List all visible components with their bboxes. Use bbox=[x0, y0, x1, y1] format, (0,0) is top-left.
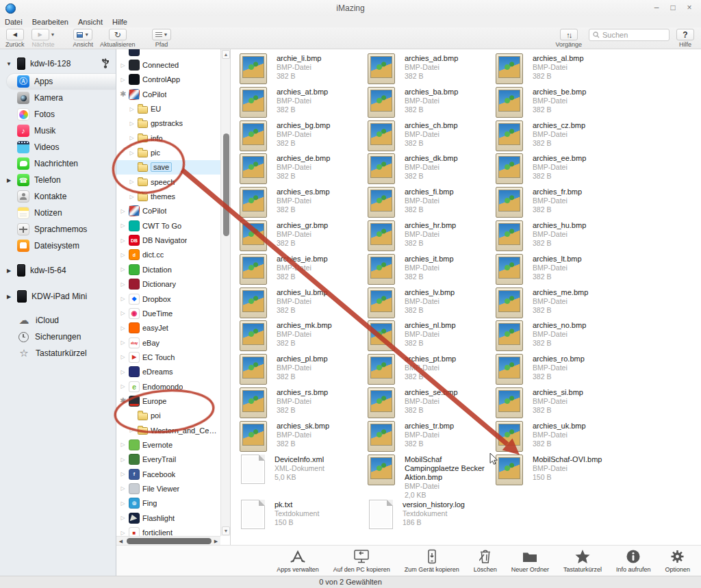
operations-arrows-icon[interactable]: ↑↓ bbox=[560, 29, 578, 40]
collapse-icon[interactable]: ▼ bbox=[5, 61, 12, 67]
menu-bearbeiten[interactable]: Bearbeiten bbox=[27, 18, 73, 26]
expand-icon[interactable]: ▷ bbox=[129, 427, 135, 433]
tree-item-easyjet[interactable]: ▷easyJet bbox=[116, 321, 220, 335]
file-item[interactable]: archies_fr.bmpBMP-Datei382 B bbox=[496, 187, 624, 220]
menu-hilfe[interactable]: Hilfe bbox=[107, 18, 132, 26]
expand-icon[interactable]: ▷ bbox=[120, 369, 126, 375]
tastaturk-rzel-button[interactable]: Tastaturkürzel bbox=[563, 549, 602, 573]
file-item[interactable]: archies_bg.bmpBMP-Datei382 B bbox=[240, 120, 368, 154]
expand-icon[interactable]: ▷ bbox=[120, 471, 126, 477]
tree-item-edreams[interactable]: ▷eDreams bbox=[116, 365, 220, 379]
question-mark-icon[interactable]: ? bbox=[676, 29, 694, 40]
file-item[interactable]: archies_rs.bmpBMP-Datei382 B bbox=[240, 387, 368, 421]
tree-item-evernote[interactable]: ▷Evernote bbox=[116, 437, 220, 452]
file-item[interactable]: archies_lt.bmpBMP-Datei382 B bbox=[496, 254, 624, 287]
tree-item-cut-top[interactable] bbox=[116, 49, 220, 57]
expand-icon[interactable]: ▷ bbox=[120, 383, 126, 389]
expand-icon[interactable]: ▷ bbox=[120, 340, 126, 346]
tree-item-pic[interactable]: ▷pic bbox=[116, 145, 220, 159]
tree-item-info[interactable]: ▷info bbox=[116, 131, 220, 145]
view-button[interactable]: ▼ Ansicht bbox=[73, 29, 93, 48]
tree-item-gpstracks[interactable]: ▷gpstracks bbox=[116, 116, 220, 131]
file-item[interactable]: archies_lv.bmpBMP-Datei382 B bbox=[368, 287, 496, 321]
file-item[interactable]: DeviceInfo.xmlXML-Dokument5,0 KB bbox=[240, 455, 368, 500]
sidebar-item-kdw-ipad-mini[interactable]: ▶KDW-iPad Mini bbox=[0, 287, 116, 306]
sidebar-item-sprachmemos[interactable]: Sprachmemos bbox=[0, 221, 116, 238]
file-item[interactable]: archies_no.bmpBMP-Datei382 B bbox=[496, 320, 624, 354]
file-item[interactable]: archies_si.bmpBMP-Datei382 B bbox=[496, 387, 624, 421]
expand-icon[interactable]: ▷ bbox=[120, 442, 126, 448]
file-item[interactable]: archies_ie.bmpBMP-Datei382 B bbox=[240, 254, 368, 287]
zum-ger-t-kopieren-button[interactable]: Zum Gerät kopieren bbox=[405, 549, 459, 573]
expand-icon[interactable]: ▷ bbox=[120, 485, 126, 491]
close-button[interactable]: × bbox=[682, 2, 697, 14]
file-item[interactable]: archies_ba.bmpBMP-Datei382 B bbox=[368, 87, 496, 120]
expand-icon[interactable]: ▷ bbox=[120, 457, 126, 463]
menu-datei[interactable]: Datei bbox=[0, 18, 27, 26]
file-item[interactable]: archies_uk.bmpBMP-Datei382 B bbox=[496, 421, 624, 455]
expand-icon[interactable]: ▷ bbox=[120, 354, 126, 360]
sidebar-item-notizen[interactable]: Notizen bbox=[0, 205, 116, 221]
back-button[interactable]: ◀ Zurück bbox=[5, 29, 25, 48]
sidebar-item-dateisystem[interactable]: Dateisystem bbox=[0, 238, 116, 254]
file-item[interactable]: archies_ee.bmpBMP-Datei382 B bbox=[496, 153, 624, 187]
file-item[interactable]: archies_de.bmpBMP-Datei382 B bbox=[240, 153, 368, 187]
apps-verwalten-button[interactable]: Apps verwalten bbox=[277, 549, 319, 573]
file-item[interactable]: version_history.logTextdokument186 B bbox=[368, 500, 496, 533]
menu-ansicht[interactable]: Ansicht bbox=[73, 18, 107, 26]
tree-item-dictionary[interactable]: ▷Dictionary bbox=[116, 277, 220, 292]
file-item[interactable]: archies_ch.bmpBMP-Datei382 B bbox=[368, 120, 496, 154]
expand-icon[interactable]: ▷ bbox=[120, 281, 126, 287]
expand-icon[interactable]: ▶ bbox=[5, 294, 12, 300]
file-item[interactable]: archies_ro.bmpBMP-Datei382 B bbox=[496, 354, 624, 387]
expand-icon[interactable]: ▶ bbox=[5, 177, 12, 183]
expand-icon[interactable]: ▷ bbox=[120, 208, 126, 214]
sidebar-item-kontakte[interactable]: Kontakte bbox=[0, 188, 116, 205]
expand-icon[interactable]: ▷ bbox=[120, 222, 126, 229]
file-item[interactable]: archies_pt.bmpBMP-Datei382 B bbox=[368, 354, 496, 387]
file-item[interactable]: archies_lu.bmpBMP-Datei382 B bbox=[240, 287, 368, 321]
file-item[interactable]: archie_li.bmpBMP-Datei382 B bbox=[240, 53, 368, 87]
l-schen-button[interactable]: Löschen bbox=[474, 549, 497, 573]
sidebar-item-tastaturk-rzel[interactable]: ☆Tastaturkürzel bbox=[0, 345, 116, 361]
tree-item-dictation[interactable]: ▷Dictation bbox=[116, 262, 220, 277]
tree-item-flashlight[interactable]: ▷Flashlight bbox=[116, 511, 220, 525]
expand-icon[interactable]: ▷ bbox=[129, 120, 135, 127]
vertical-scroll-thumb[interactable] bbox=[223, 133, 229, 236]
sidebar-item-fotos[interactable]: Fotos bbox=[0, 106, 116, 123]
minimize-button[interactable]: – bbox=[649, 2, 664, 14]
neuer-ordner-button[interactable]: Neuer Ordner bbox=[511, 549, 549, 573]
file-item[interactable]: archies_al.bmpBMP-Datei382 B bbox=[496, 53, 624, 87]
expand-icon[interactable]: ▷ bbox=[120, 62, 126, 68]
sidebar-item-nachrichten[interactable]: Nachrichten bbox=[0, 155, 116, 172]
tree-item-themes[interactable]: ▷themes bbox=[116, 189, 220, 203]
tree-item-endomondo[interactable]: ▷Endomondo bbox=[116, 379, 220, 394]
file-item[interactable]: archies_tr.bmpBMP-Datei382 B bbox=[368, 421, 496, 455]
sidebar-item-apps[interactable]: Apps bbox=[0, 73, 116, 90]
file-item[interactable]: archies_dk.bmpBMP-Datei382 B bbox=[368, 153, 496, 187]
refresh-icon[interactable]: ↻ bbox=[109, 29, 127, 40]
tree-item-ebay[interactable]: ▷eBay bbox=[116, 335, 220, 350]
auf-den-pc-kopieren-button[interactable]: Auf den PC kopieren bbox=[333, 549, 390, 573]
tree-item-ec-touch[interactable]: ▷EC Touch bbox=[116, 350, 220, 364]
maximize-button[interactable]: □ bbox=[665, 2, 680, 14]
next-arrow-icon[interactable]: ▶ bbox=[31, 29, 49, 40]
file-item[interactable]: pk.txtTextdokument150 B bbox=[240, 500, 368, 533]
back-arrow-icon[interactable]: ◀ bbox=[6, 29, 24, 40]
sidebar-item-musik[interactable]: Musik bbox=[0, 123, 116, 139]
expand-icon[interactable]: ▷ bbox=[120, 238, 126, 244]
file-item[interactable]: archies_gr.bmpBMP-Datei382 B bbox=[240, 220, 368, 254]
expand-icon[interactable]: ▷ bbox=[120, 515, 126, 521]
tree-item-save[interactable]: save bbox=[116, 160, 220, 175]
tree-item-db-navigator[interactable]: ▷DB Navigator bbox=[116, 233, 220, 247]
sidebar-item-kdw-i5-64[interactable]: ▶kdw-I5-64 bbox=[0, 261, 116, 280]
tree-item-dropbox[interactable]: ▷Dropbox bbox=[116, 292, 220, 306]
expand-icon[interactable]: ▷ bbox=[120, 296, 126, 302]
file-item[interactable]: archies_hr.bmpBMP-Datei382 B bbox=[368, 220, 496, 254]
sidebar-item-sicherungen[interactable]: Sicherungen bbox=[0, 329, 116, 345]
sidebar-item-videos[interactable]: Videos bbox=[0, 139, 116, 155]
sidebar-item-icloud[interactable]: ☁iCloud bbox=[0, 312, 116, 329]
refresh-button[interactable]: ↻ Aktualisieren bbox=[100, 29, 136, 48]
info-aufrufen-button[interactable]: Info aufrufen bbox=[616, 549, 651, 573]
file-item[interactable]: archies_sk.bmpBMP-Datei382 B bbox=[240, 421, 368, 455]
